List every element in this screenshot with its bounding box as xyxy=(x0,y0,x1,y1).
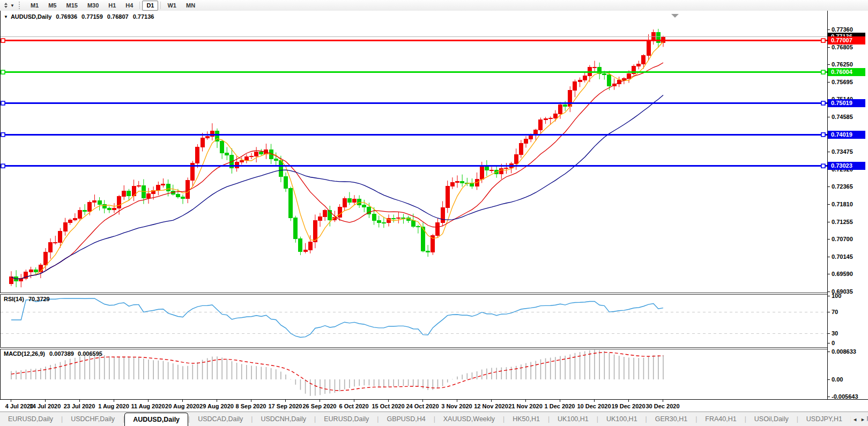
candle-body xyxy=(240,160,243,162)
macd-histogram-bar xyxy=(349,379,350,388)
tab-scroll-arrows: ◄ ► xyxy=(851,412,867,426)
tab-usdjpy-h1[interactable]: USDJPY,H1 xyxy=(798,412,850,426)
candle-body xyxy=(353,199,357,202)
price-axis[interactable]: 0.773600.768050.762500.756950.751400.745… xyxy=(827,11,868,399)
level-line-0.76004[interactable] xyxy=(1,71,828,73)
rsi-axis-label: 70 xyxy=(832,309,838,315)
main-chart-plot[interactable]: ▼ AUDUSD,Daily 0.76936 0.77159 0.76807 0… xyxy=(0,11,827,293)
candle-body xyxy=(519,144,523,155)
timeframe-button-mn[interactable]: MN xyxy=(182,1,199,11)
date-tick-label: 10 Dec 2020 xyxy=(575,403,613,409)
level-handle-right[interactable] xyxy=(821,133,825,137)
price-tick-label: 0.69590 xyxy=(832,271,853,277)
price-tick-mark xyxy=(828,82,830,83)
timeframe-button-h4[interactable]: H4 xyxy=(121,1,137,11)
symbol-marker-icon[interactable]: ▼ xyxy=(4,14,8,19)
date-axis[interactable]: 4 Jul 202014 Jul 202023 Jul 20201 Aug 20… xyxy=(0,399,868,412)
level-handle-left[interactable] xyxy=(1,164,5,168)
macd-histogram-bar xyxy=(114,357,115,379)
macd-panel[interactable]: MACD(12,26,9) 0.007389 0.006595 xyxy=(0,349,827,399)
price-tick-label: 0.71255 xyxy=(832,219,853,225)
date-tick-mark xyxy=(114,400,114,402)
macd-histogram-bar xyxy=(173,363,174,379)
macd-histogram-bar xyxy=(530,362,531,379)
tab-audusd-daily[interactable]: AUDUSD,Daily xyxy=(124,413,188,426)
macd-histogram-bar xyxy=(16,371,17,379)
candle-body xyxy=(117,197,121,208)
macd-histogram-bar xyxy=(153,360,154,379)
timeframe-button-m15[interactable]: M15 xyxy=(62,1,81,11)
macd-histogram-bar xyxy=(388,379,389,387)
tab-scroll-right-icon[interactable]: ► xyxy=(860,417,865,422)
tab-uk100-h1[interactable]: UK100,H1 xyxy=(598,412,646,426)
rsi-tick-mark xyxy=(828,296,830,296)
tab-scroll-left-icon[interactable]: ◄ xyxy=(852,417,857,422)
level-handle-right[interactable] xyxy=(821,164,825,168)
level-price-box: 0.77007 xyxy=(828,36,865,44)
tab-fra40-h1[interactable]: FRA40,H1 xyxy=(697,412,744,426)
tab-usdchf-daily[interactable]: USDCHF,Daily xyxy=(63,412,123,426)
macd-histogram-bar xyxy=(442,379,443,386)
candle-body xyxy=(161,184,165,185)
macd-histogram-bar xyxy=(540,359,541,379)
rsi-panel[interactable]: RSI(14) 70.3729 xyxy=(0,295,827,347)
candle-body xyxy=(68,220,72,222)
tab-gbpusd-h4[interactable]: GBPUSD,H4 xyxy=(379,412,433,426)
rsi-tick-mark xyxy=(828,343,830,343)
tab-ger30-h1[interactable]: GER30,H1 xyxy=(647,412,695,426)
candle-body xyxy=(583,76,587,80)
level-line-0.73023[interactable] xyxy=(1,165,828,167)
macd-histogram-bar xyxy=(65,360,66,379)
macd-histogram-bar xyxy=(462,375,463,379)
candle-body xyxy=(426,251,430,252)
date-tick-mark xyxy=(320,400,320,402)
level-handle-left[interactable] xyxy=(1,70,5,74)
macd-histogram-bar xyxy=(138,357,139,379)
level-handle-left[interactable] xyxy=(1,133,5,137)
level-handle-left[interactable] xyxy=(1,39,5,42)
macd-histogram-bar xyxy=(75,358,76,379)
tab-eurusd-daily[interactable]: EURUSD,Daily xyxy=(316,412,377,426)
macd-axis-label: 0.008633 xyxy=(832,348,856,355)
level-handle-left[interactable] xyxy=(1,101,5,105)
date-tick-label: 1 Dec 2020 xyxy=(540,403,579,409)
candle-body xyxy=(98,201,101,205)
candle-body xyxy=(490,170,494,171)
timeframe-button-d1[interactable]: D1 xyxy=(142,1,158,11)
candle-body xyxy=(244,157,248,161)
chart-scroll-tool-icon[interactable] xyxy=(2,1,10,10)
level-handle-right[interactable] xyxy=(821,39,825,42)
tab-uk100-h1[interactable]: UK100,H1 xyxy=(550,412,597,426)
timeframe-button-h1[interactable]: H1 xyxy=(104,1,120,11)
macd-histogram-bar xyxy=(511,367,512,379)
macd-histogram-bar xyxy=(70,359,71,379)
tool-dropdown-caret-icon[interactable]: ▼ xyxy=(10,3,14,8)
tab-hk50-h1[interactable]: HK50,H1 xyxy=(505,412,548,426)
candle-body xyxy=(210,131,214,137)
timeframe-button-m30[interactable]: M30 xyxy=(83,1,103,11)
candle-body xyxy=(392,218,396,219)
price-tick-label: 0.70145 xyxy=(832,253,853,260)
macd-histogram-bar xyxy=(256,366,257,379)
macd-histogram-bar xyxy=(11,371,12,379)
timeframe-button-w1[interactable]: W1 xyxy=(163,1,181,11)
level-line-0.77007[interactable] xyxy=(1,40,828,41)
tab-usdcad-daily[interactable]: USDCAD,Daily xyxy=(190,412,251,426)
candle-body xyxy=(49,243,53,252)
tab-usoil-daily[interactable]: USOil,Daily xyxy=(746,412,797,426)
tab-usdcnh-daily[interactable]: USDCNH,Daily xyxy=(253,412,314,426)
level-handle-right[interactable] xyxy=(821,101,825,105)
level-line-0.75019[interactable] xyxy=(1,102,828,104)
toolbar-grip[interactable] xyxy=(19,2,23,9)
level-handle-right[interactable] xyxy=(821,70,825,74)
timeframe-button-m5[interactable]: M5 xyxy=(44,1,61,11)
tab-xauusd-weekly[interactable]: XAUUSD,Weekly xyxy=(435,412,503,426)
timeframe-button-m1[interactable]: M1 xyxy=(26,1,43,11)
ohlc-open: 0.76936 xyxy=(56,13,77,20)
date-tick-mark xyxy=(594,400,595,402)
level-line-0.74019[interactable] xyxy=(1,134,828,136)
timeframe-toolbar: ▼ M1M5M15M30H1H4D1W1MN xyxy=(0,0,868,11)
chart-shift-marker-icon[interactable] xyxy=(671,14,679,18)
tab-eurusd-daily[interactable]: EURUSD,Daily xyxy=(0,412,61,426)
level-price-box: 0.75019 xyxy=(828,99,865,107)
